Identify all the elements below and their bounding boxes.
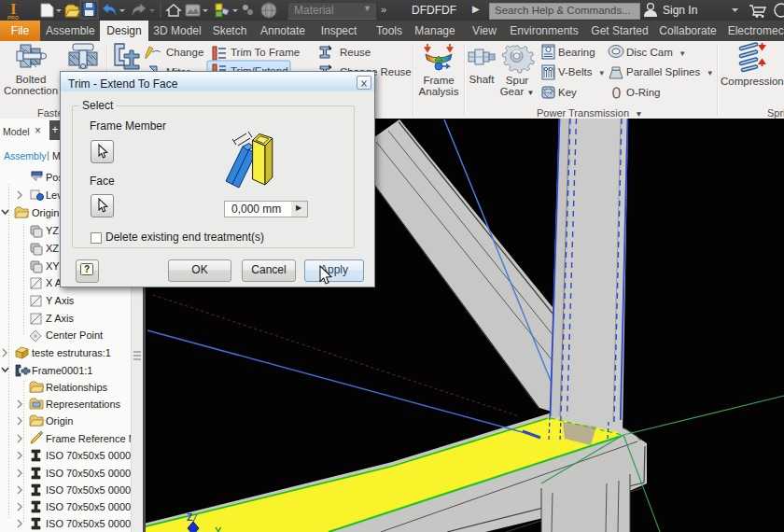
svg-text:Frame0001:1: Frame0001:1 bbox=[32, 365, 92, 376]
svg-text:Z: Z bbox=[187, 511, 193, 523]
svg-text:ISO 70x50x5 00000: ISO 70x50x5 00000 bbox=[46, 501, 131, 512]
svg-text:Origin: Origin bbox=[32, 207, 59, 218]
svg-text:Z Axis: Z Axis bbox=[46, 313, 74, 324]
svg-text:ISO 70x50x5 00000: ISO 70x50x5 00000 bbox=[46, 450, 131, 461]
svg-text:teste estruturas:1: teste estruturas:1 bbox=[32, 347, 111, 358]
svg-text:Frame Reference M: Frame Reference M bbox=[46, 433, 131, 444]
svg-text:Origin: Origin bbox=[46, 415, 73, 427]
svg-text:Relationships: Relationships bbox=[46, 382, 108, 393]
svg-text:Y: Y bbox=[215, 525, 222, 532]
svg-text:Center Point: Center Point bbox=[46, 329, 103, 341]
svg-text:ISO 70x50x5 00000: ISO 70x50x5 00000 bbox=[46, 468, 131, 479]
svg-text:Y Axis: Y Axis bbox=[46, 295, 75, 306]
svg-text:ISO 70x50x5 00000: ISO 70x50x5 00000 bbox=[46, 518, 131, 529]
svg-text:?: ? bbox=[84, 264, 90, 274]
svg-text:ISO 70x50x5 00000: ISO 70x50x5 00000 bbox=[46, 484, 131, 496]
svg-text:Sign In: Sign In bbox=[663, 4, 697, 17]
svg-text:Representations: Representations bbox=[46, 399, 121, 410]
